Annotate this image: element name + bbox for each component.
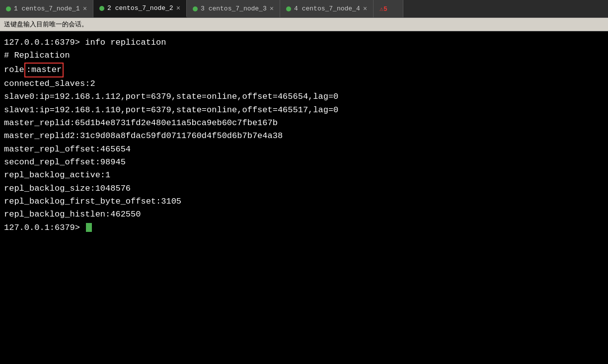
tab-bar: 1 centos_7_node_1 × 2 centos_7_node_2 × … <box>0 0 608 18</box>
hint-bar: 送键盘输入目前唯一的会话。 <box>0 18 608 31</box>
terminal-line-replication-header: # Replication <box>4 49 604 62</box>
terminal-line-backlog-first-byte: repl_backlog_first_byte_offset:3105 <box>4 195 604 208</box>
command-text: info replication <box>80 38 166 47</box>
prompt: 127.0.0.1:6379> <box>4 38 80 47</box>
terminal-line-connected-slaves: connected_slaves:2 <box>4 77 604 90</box>
tab-4-dot <box>286 6 291 11</box>
tab-1[interactable]: 1 centos_7_node_1 × <box>0 0 93 17</box>
tab-4[interactable]: 4 centos_7_node_4 × <box>280 0 374 17</box>
terminal-line-replid2: master_replid2:31c9d08a8fdac59fd0711760d… <box>4 130 604 143</box>
tab-2-label: 2 centos_7_node_2 <box>107 4 173 12</box>
tab-1-label: 1 centos_7_node_1 <box>14 5 80 12</box>
terminal-line-repl-offset: master_repl_offset:465654 <box>4 143 604 156</box>
tab-3-dot <box>193 6 198 11</box>
terminal-line-second-repl-offset: second_repl_offset:98945 <box>4 156 604 169</box>
tab-3-label: 3 centos_7_node_3 <box>201 5 267 12</box>
terminal[interactable]: 127.0.0.1:6379> info replication # Repli… <box>0 31 608 364</box>
terminal-line-slave0: slave0:ip=192.168.1.112,port=6379,state=… <box>4 90 604 103</box>
terminal-final-prompt-line: 127.0.0.1:6379> <box>4 221 604 234</box>
terminal-line-backlog-active: repl_backlog_active:1 <box>4 169 604 182</box>
tab-2-close[interactable]: × <box>176 4 180 12</box>
terminal-line-slave1: slave1:ip=192.168.1.110,port=6379,state=… <box>4 104 604 117</box>
final-prompt: 127.0.0.1:6379> <box>4 223 85 232</box>
tab-5[interactable]: ⚠5 <box>374 0 403 17</box>
tab-3-close[interactable]: × <box>270 5 274 13</box>
tab-1-close[interactable]: × <box>83 5 87 13</box>
terminal-command-line: 127.0.0.1:6379> info replication <box>4 36 604 49</box>
hint-text: 送键盘输入目前唯一的会话。 <box>4 20 88 28</box>
terminal-line-backlog-size: repl_backlog_size:1048576 <box>4 182 604 195</box>
tab-2[interactable]: 2 centos_7_node_2 × <box>93 0 187 17</box>
terminal-line-replid: master_replid:65d1b4e8731fd2e480e11a5bca… <box>4 117 604 130</box>
tab-5-label: ⚠5 <box>380 5 387 13</box>
tab-4-label: 4 centos_7_node_4 <box>294 5 360 12</box>
tab-1-dot <box>6 6 11 11</box>
role-value: :master <box>24 63 64 77</box>
tab-4-close[interactable]: × <box>363 5 367 13</box>
tab-3[interactable]: 3 centos_7_node_3 × <box>187 0 280 17</box>
role-key: role <box>4 65 24 74</box>
terminal-line-backlog-histlen: repl_backlog_histlen:462550 <box>4 208 604 221</box>
terminal-line-role: role:master <box>4 63 604 77</box>
tab-2-dot <box>99 6 104 11</box>
cursor <box>86 223 92 232</box>
